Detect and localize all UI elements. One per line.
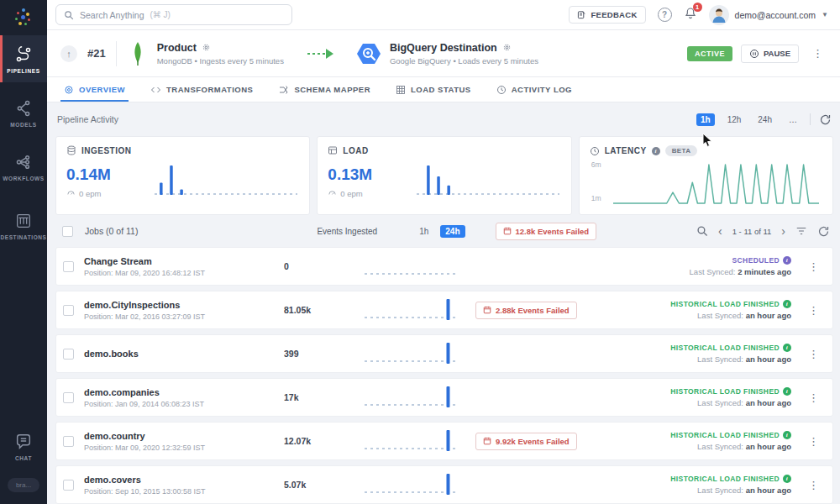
sidebar-item-chat[interactable]: CHAT xyxy=(0,423,47,470)
avatar xyxy=(709,5,729,25)
pagination-prev[interactable]: ‹ xyxy=(718,225,722,237)
sidebar-item-workflows[interactable]: WORKFLOWS xyxy=(0,143,47,190)
pipeline-kebab-menu[interactable]: ⋮ xyxy=(807,45,828,61)
job-name: demo.country xyxy=(84,431,284,441)
events-failed-button[interactable]: 12.8k Events Failed xyxy=(496,223,597,240)
tab-load-status[interactable]: LOAD STATUS xyxy=(396,77,471,102)
divider xyxy=(116,41,117,66)
content-area: Pipeline Activity 1h 12h 24h … xyxy=(47,102,840,504)
last-synced: Last Synced: an hour ago xyxy=(670,398,791,407)
range-12h[interactable]: 12h xyxy=(723,113,746,126)
job-sparkline xyxy=(361,296,460,324)
row-events-failed-button[interactable]: 2.88k Events Failed xyxy=(475,302,577,319)
tab-transformations[interactable]: TRANSFORMATIONS xyxy=(150,77,253,102)
source-subtitle: MongoDB • Ingests every 5 minutes xyxy=(157,56,284,66)
pagination-next[interactable]: › xyxy=(781,225,785,237)
select-all-checkbox[interactable] xyxy=(62,226,73,237)
destination-subtitle: Google BigQuery • Loads every 5 minutes xyxy=(390,56,538,66)
latency-y-max: 6m xyxy=(591,160,601,169)
table-row[interactable]: demo.CityInspections Position: Mar 02, 2… xyxy=(55,291,833,329)
info-icon[interactable]: i xyxy=(783,387,791,396)
row-kebab-menu[interactable]: ⋮ xyxy=(803,433,824,449)
refresh-icon[interactable] xyxy=(819,113,832,126)
tab-schema-mapper[interactable]: SCHEMA MAPPER xyxy=(278,77,370,102)
last-synced: Last Synced: an hour ago xyxy=(670,486,791,495)
job-status: HISTORICAL LOAD FINISHED i xyxy=(670,300,791,308)
row-checkbox[interactable] xyxy=(63,349,74,360)
range-more[interactable]: … xyxy=(785,113,801,126)
notifications-button[interactable]: 1 xyxy=(684,7,697,24)
info-icon[interactable]: i xyxy=(783,344,791,352)
gear-icon[interactable] xyxy=(502,43,512,52)
search-input[interactable]: Search Anything (⌘ J) xyxy=(55,4,292,25)
flow-arrow-icon xyxy=(306,48,334,60)
table-row[interactable]: Change Stream Position: Mar 09, 2020 16:… xyxy=(55,247,833,286)
ingestion-sparkline xyxy=(155,162,297,201)
row-failed-label: 2.88k Events Failed xyxy=(496,306,570,315)
row-checkbox[interactable] xyxy=(63,305,74,316)
app-logo[interactable] xyxy=(0,0,47,35)
mongodb-icon xyxy=(127,41,149,66)
job-position: Position: Sep 10, 2015 13:00:58 IST xyxy=(84,487,284,496)
table-row[interactable]: demo.books 399 HISTORICAL LOAD FINISHED xyxy=(55,334,833,373)
tab-label: TRANSFORMATIONS xyxy=(166,85,253,94)
range-1h[interactable]: 1h xyxy=(696,113,715,126)
help-button[interactable]: ? xyxy=(658,8,672,22)
info-icon[interactable]: i xyxy=(783,431,791,439)
row-kebab-menu[interactable]: ⋮ xyxy=(803,302,824,318)
sidebar-item-destinations[interactable]: DESTINATIONS xyxy=(0,202,47,249)
row-events-failed-button[interactable]: 9.92k Events Failed xyxy=(475,433,577,450)
failed-events-icon xyxy=(483,437,491,445)
activity-cards: INGESTION 0.14M 0 epm xyxy=(55,136,833,215)
row-checkbox[interactable] xyxy=(63,436,74,447)
models-icon xyxy=(14,99,33,118)
row-checkbox[interactable] xyxy=(63,392,74,403)
row-kebab-menu[interactable]: ⋮ xyxy=(803,259,824,275)
jobs-range-1h[interactable]: 1h xyxy=(414,225,433,238)
row-checkbox[interactable] xyxy=(63,480,74,491)
info-icon[interactable]: i xyxy=(783,300,791,308)
row-kebab-menu[interactable]: ⋮ xyxy=(803,477,824,493)
job-status-label: HISTORICAL LOAD FINISHED xyxy=(670,300,780,308)
jobs-range-24h[interactable]: 24h xyxy=(440,225,465,238)
info-icon[interactable]: i xyxy=(652,147,660,155)
version-badge[interactable]: bra... xyxy=(8,478,39,492)
jobs-table: Change Stream Position: Mar 09, 2020 16:… xyxy=(55,247,833,504)
refresh-icon[interactable] xyxy=(817,225,830,238)
table-row[interactable]: demo.companies Position: Jan 09, 2014 06… xyxy=(55,378,833,417)
search-icon[interactable] xyxy=(696,225,708,237)
sidebar-item-label: DESTINATIONS xyxy=(0,234,46,240)
table-row[interactable]: demo.country Position: Mar 09, 2020 12:3… xyxy=(55,422,833,460)
gear-icon[interactable] xyxy=(202,43,211,52)
tab-overview[interactable]: OVERVIEW xyxy=(64,77,125,102)
ingestion-label: INGESTION xyxy=(81,146,132,155)
row-checkbox[interactable] xyxy=(63,261,74,272)
code-icon xyxy=(150,85,161,95)
pause-button[interactable]: PAUSE xyxy=(741,45,799,63)
pipelines-icon xyxy=(14,45,33,64)
job-name: demo.covers xyxy=(84,475,284,485)
feedback-button[interactable]: FEEDBACK xyxy=(569,6,645,24)
divider xyxy=(810,113,811,125)
info-icon[interactable]: i xyxy=(783,256,791,265)
tab-activity-log[interactable]: ACTIVITY LOG xyxy=(496,77,572,102)
sidebar-item-pipelines[interactable]: PIPELINES xyxy=(0,35,47,82)
job-status-label: HISTORICAL LOAD FINISHED xyxy=(670,431,780,439)
tab-label: SCHEMA MAPPER xyxy=(294,85,370,94)
range-24h[interactable]: 24h xyxy=(753,113,776,126)
events-count: 0 xyxy=(284,261,351,271)
load-rate: 0 epm xyxy=(340,189,362,198)
gauge-icon xyxy=(328,189,337,198)
job-sparkline xyxy=(361,427,460,455)
back-up-button[interactable]: ↑ xyxy=(60,45,77,62)
filter-icon[interactable] xyxy=(795,226,807,236)
account-menu[interactable]: demo@account.com ▼ xyxy=(709,5,828,25)
sidebar-item-models[interactable]: MODELS xyxy=(0,89,47,136)
job-status-label: SCHEDULED xyxy=(732,256,780,265)
status-badge: ACTIVE xyxy=(687,46,732,61)
info-icon[interactable]: i xyxy=(783,475,791,483)
row-kebab-menu[interactable]: ⋮ xyxy=(803,346,824,362)
table-row[interactable]: demo.covers Position: Sep 10, 2015 13:00… xyxy=(55,465,833,504)
sidebar-item-label: CHAT xyxy=(15,455,32,461)
row-kebab-menu[interactable]: ⋮ xyxy=(803,390,824,406)
